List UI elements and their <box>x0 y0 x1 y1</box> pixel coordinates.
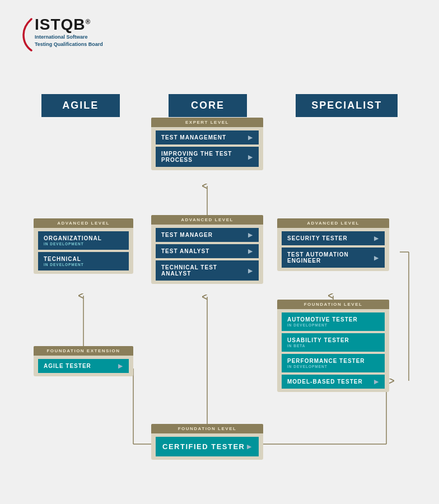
page-wrapper: ISTQB® International Software Testing Qu… <box>0 0 439 504</box>
test-manager-arrow: ▶ <box>248 232 253 238</box>
agile-advanced-items: ORGANIZATIONAL IN DEVELOPMENT TECHNICAL … <box>34 228 133 274</box>
core-foundation-items: CERTIFIED TESTER ▶ <box>151 433 263 460</box>
test-analyst-item[interactable]: TEST ANALYST ▶ <box>156 244 259 258</box>
certified-tester-arrow: ▶ <box>247 444 253 450</box>
automotive-status: IN DEVELOPMENT <box>287 323 328 327</box>
core-expert-box: EXPERT LEVEL TEST MANAGEMENT ▶ IMPROVING… <box>151 118 263 170</box>
spec-advanced-box: ADVANCED LEVEL SECURITY TESTER ▶ TEST AU… <box>277 218 389 271</box>
core-advanced-label: ADVANCED LEVEL <box>151 215 263 225</box>
technical-test-analyst-arrow: ▶ <box>248 268 253 274</box>
organizational-item[interactable]: ORGANIZATIONAL IN DEVELOPMENT <box>38 231 129 250</box>
test-management-item[interactable]: TEST MANAGEMENT ▶ <box>156 130 259 144</box>
logo-subtitle: International Software Testing Qualifica… <box>35 34 103 48</box>
agile-advanced-box: ADVANCED LEVEL ORGANIZATIONAL IN DEVELOP… <box>34 218 133 274</box>
model-based-tester-item[interactable]: MODEL-BASED TESTER ▶ <box>282 375 385 389</box>
performance-tester-item[interactable]: PERFORMANCE TESTER IN DEVELOPMENT <box>282 354 385 372</box>
technical-item[interactable]: TECHNICAL IN DEVELOPMENT <box>38 252 129 270</box>
improving-test-process-item[interactable]: IMPROVING THE TEST PROCESS ▶ <box>156 147 259 167</box>
logo-area: ISTQB® International Software Testing Qu… <box>22 17 103 50</box>
spec-advanced-items: SECURITY TESTER ▶ TEST AUTOMATION ENGINE… <box>277 228 389 271</box>
logo-name: ISTQB® <box>35 17 103 32</box>
test-automation-arrow: ▶ <box>374 255 379 261</box>
column-headers: AGILE CORE SPECIALIST <box>17 94 422 117</box>
agile-foundation-box: FOUNDATION EXTENSION AGILE TESTER ▶ <box>34 346 133 376</box>
agile-tester-arrow: ▶ <box>118 363 123 369</box>
core-advanced-box: ADVANCED LEVEL TEST MANAGER ▶ TEST ANALY… <box>151 215 263 284</box>
certified-tester-item[interactable]: CERTIFIED TESTER ▶ <box>156 437 259 456</box>
core-header: CORE <box>169 94 247 117</box>
technical-status: IN DEVELOPMENT <box>44 263 84 267</box>
core-advanced-items: TEST MANAGER ▶ TEST ANALYST ▶ TECHNICAL … <box>151 225 263 284</box>
core-expert-items: TEST MANAGEMENT ▶ IMPROVING THE TEST PRO… <box>151 127 263 170</box>
core-expert-label: EXPERT LEVEL <box>151 118 263 127</box>
model-based-arrow: ▶ <box>374 379 379 385</box>
technical-test-analyst-item[interactable]: TECHNICAL TEST ANALYST ▶ <box>156 260 259 281</box>
agile-advanced-label: ADVANCED LEVEL <box>34 218 133 228</box>
spec-advanced-label: ADVANCED LEVEL <box>277 218 389 228</box>
usability-status: IN BETA <box>287 344 306 348</box>
specialist-header: SPECIALIST <box>296 94 398 117</box>
security-tester-arrow: ▶ <box>374 235 379 241</box>
agile-foundation-items: AGILE TESTER ▶ <box>34 356 133 376</box>
spec-foundation-label: FOUNDATION LEVEL <box>277 300 389 309</box>
agile-foundation-label: FOUNDATION EXTENSION <box>34 346 133 356</box>
agile-tester-item[interactable]: AGILE TESTER ▶ <box>38 359 129 373</box>
test-manager-item[interactable]: TEST MANAGER ▶ <box>156 228 259 242</box>
performance-status: IN DEVELOPMENT <box>287 365 328 368</box>
core-foundation-box: FOUNDATION LEVEL CERTIFIED TESTER ▶ <box>151 424 263 460</box>
usability-tester-item[interactable]: USABILITY TESTER IN BETA <box>282 333 385 352</box>
security-tester-item[interactable]: SECURITY TESTER ▶ <box>282 231 385 245</box>
test-analyst-arrow: ▶ <box>248 248 253 254</box>
core-foundation-label: FOUNDATION LEVEL <box>151 424 263 433</box>
test-management-arrow: ▶ <box>248 134 253 141</box>
logo-arc-icon <box>22 18 32 52</box>
agile-header: AGILE <box>41 94 120 117</box>
organizational-status: IN DEVELOPMENT <box>44 242 84 246</box>
spec-foundation-box: FOUNDATION LEVEL AUTOMOTIVE TESTER IN DE… <box>277 300 389 392</box>
automotive-tester-item[interactable]: AUTOMOTIVE TESTER IN DEVELOPMENT <box>282 312 385 331</box>
spec-foundation-items: AUTOMOTIVE TESTER IN DEVELOPMENT USABILI… <box>277 309 389 392</box>
improving-arrow: ▶ <box>248 154 253 160</box>
test-automation-engineer-item[interactable]: TEST AUTOMATION ENGINEER ▶ <box>282 248 385 268</box>
